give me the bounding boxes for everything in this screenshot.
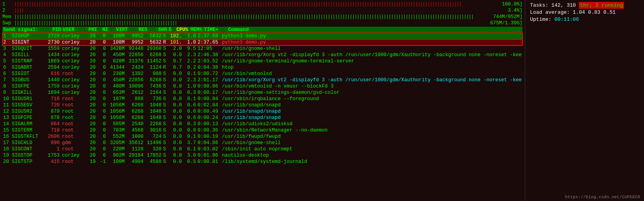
table-row[interactable]: 15SIGTERM710root200703M45683016S0.00.80:… (2, 127, 522, 133)
mem-bar: ||||||||||||||||||||||||||||||||||||||||… (14, 14, 482, 20)
table-row[interactable]: 20SIGTSTP415root19-1100M49044588S0.00.50… (2, 159, 522, 165)
table-row[interactable]: 9SIGKILL1694corley200653M26122164S0.00.3… (2, 90, 522, 96)
col-ni-header: NI (99, 27, 110, 33)
swp-label: Swp (2, 20, 14, 26)
cpu1-row: 1 ||||||||||||||||||||||||||||||||||||||… (2, 2, 522, 7)
right-panel: Tasks: 142, 310 thr; 2 running Load aver… (525, 0, 644, 201)
cpu1-label: 1 (2, 2, 14, 7)
col-user-header: USER (63, 27, 87, 33)
tasks-running-badge: thr; 2 running (579, 2, 624, 9)
tasks-threads: 310 (567, 2, 579, 8)
table-row[interactable]: 14SIGALRM664root200505M25402268S0.00.30:… (2, 121, 522, 127)
col-mem-header: MEM% (190, 27, 204, 33)
left-panel: 1 ||||||||||||||||||||||||||||||||||||||… (0, 0, 525, 201)
swp-row: Swp ||||||||||||||||||||||||||||||||||||… (2, 20, 522, 26)
tasks-count: 142, (551, 2, 567, 8)
mem-value: 744M/952M] (483, 14, 522, 20)
table-row[interactable]: 7SIGBUS1440corley200450M228566268S0.02.3… (2, 77, 522, 83)
cpu2-bar: |||| (14, 8, 252, 13)
table-row[interactable]: 8SIGFPE1759corley200480M100967436S0.01.0… (2, 83, 522, 90)
table-row[interactable]: 3SIGQUIT1559corley200342BM9244829360S2.0… (2, 46, 522, 52)
table-row[interactable]: 4SIGILL1434corley200450M228566268S0.02.3… (2, 52, 522, 58)
col-shr-header: SHR (149, 27, 169, 33)
process-table: 1SIGHUP2729corley200108M99525632S102.1.0… (2, 33, 522, 165)
footer-link: https://blog.csdn.net/CUFEECR (565, 195, 640, 199)
col-virt-header: VIRT (110, 27, 129, 33)
cpu1-bar: ||||||||||||||||||||||||||||||||||||||||… (14, 2, 490, 7)
table-row[interactable]: 19SIGSTOP1753corley200902M2918417852S0.0… (2, 152, 522, 159)
col-s-header: S (169, 27, 174, 33)
load-line: Load average: 1.04 0.83 0.51 (530, 9, 639, 15)
cpu2-label: 2 (2, 8, 14, 13)
uptime-line: Uptime: 00:11:06 (530, 16, 639, 22)
col-cmd-header: Command (228, 27, 249, 33)
tasks-label: Tasks: (530, 2, 551, 8)
cpu1-percent: 100.0%] (491, 2, 522, 7)
cpu2-percent: 3.4%] (491, 8, 522, 13)
table-row[interactable]: 11SIGSEGV720root2001056M62681048S0.00.60… (2, 102, 522, 108)
col-time-header: TIME+ (204, 27, 228, 33)
table-row[interactable]: 17SIGCHLD890gdm2003205M3561211496S0.03.7… (2, 140, 522, 146)
swp-bar: ||||||||||||||||||||||||||||||||||||||||… (14, 20, 248, 26)
tasks-line: Tasks: 142, 310 thr; 2 running (530, 2, 639, 8)
table-row[interactable]: 6SIGABRT2594corley2004134424241124R0.70.… (2, 64, 522, 71)
mem-label: Mem (2, 14, 14, 20)
send-signal-header: Send signal: (3, 27, 42, 33)
table-row[interactable]: 18SIGCONT1root200220M1128320S0.00.10:03.… (2, 146, 522, 152)
mem-row: Mem ||||||||||||||||||||||||||||||||||||… (2, 14, 522, 20)
cpu2-row: 2 |||| 3.4%] (2, 8, 522, 13)
col-pri-header: PRI (87, 27, 99, 33)
table-row[interactable]: 2SIGINT2730corley200108M99525632R101.1.0… (2, 39, 522, 46)
table-row[interactable]: 1SIGHUP2729corley200108M99525632S102.1.0… (2, 33, 522, 39)
table-row[interactable]: 13SIGPIPE878root2001056M62681048S0.00.60… (2, 115, 522, 121)
table-row[interactable]: 10SIGUSR1716root200107M868736S0.00.10:00… (2, 96, 522, 102)
table-row[interactable]: 5SIGTRAP1869corley200828M2137611452S0.72… (2, 58, 522, 64)
table-row[interactable]: 6SIGIOT616root200230M1392988S0.00.10:00.… (2, 71, 522, 77)
swp-value: 675M/1.39G] (483, 20, 522, 26)
table-header: Send signal: PID USER PRI NI VIRT RES SH… (2, 27, 522, 33)
col-res-header: RES (129, 27, 149, 33)
col-pid-header: PID (42, 27, 63, 33)
table-row[interactable]: 12SIGUSR2879root2001056M62681048S0.00.60… (2, 108, 522, 115)
col-cpu-header: CPU% (174, 27, 190, 33)
table-row[interactable]: 16SIGSTKFLT2606root200552M1000724S0.00.1… (2, 133, 522, 140)
